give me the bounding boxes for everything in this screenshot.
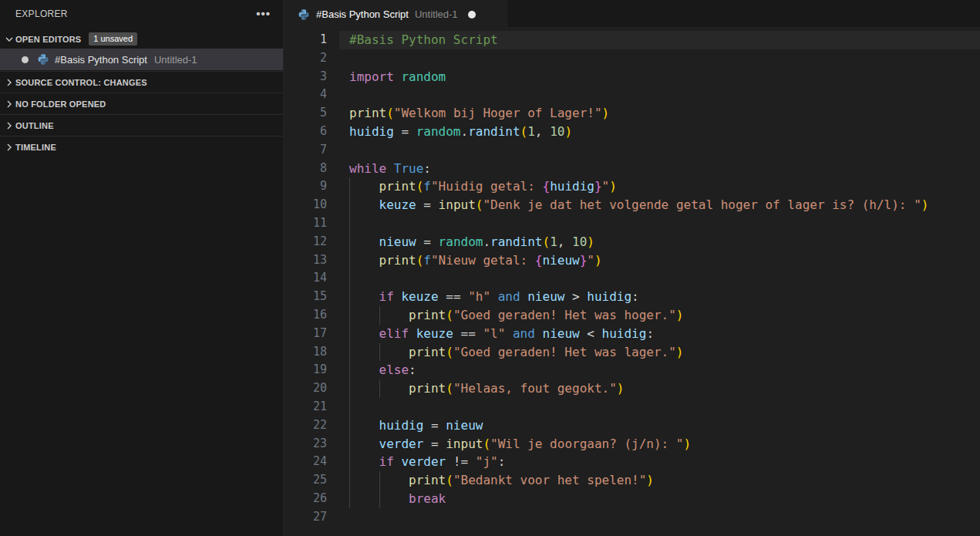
code-line[interactable]: 18 print("Goed geraden! Het was lager.") — [284, 343, 980, 362]
line-number[interactable]: 4 — [284, 86, 327, 104]
code-line[interactable]: 21 — [284, 398, 980, 416]
code-line[interactable]: 4 — [284, 86, 980, 104]
code-line[interactable]: 19 else: — [284, 361, 980, 379]
line-number[interactable]: 16 — [284, 306, 327, 325]
indent-guide — [349, 214, 350, 233]
code-text: print("Welkom bij Hoger of Lager!") — [349, 104, 609, 123]
section-label: NO FOLDER OPENED — [15, 99, 106, 109]
line-number[interactable]: 23 — [284, 435, 327, 453]
code-text: if verder != "j": — [349, 453, 505, 471]
open-editors-label: OPEN EDITORS — [15, 35, 81, 44]
line-number[interactable]: 19 — [284, 361, 327, 379]
tab-detail: Untitled-1 — [415, 8, 458, 20]
code-text: import random — [349, 68, 446, 86]
section-label: SOURCE CONTROL: CHANGES — [15, 78, 147, 87]
line-number[interactable]: 1 — [284, 31, 327, 49]
dirty-indicator-icon[interactable] — [468, 11, 476, 19]
code-line[interactable]: 10 keuze = input("Denk je dat het volgen… — [284, 196, 980, 214]
explorer-sidebar: EXPLORER ••• OPEN EDITORS 1 unsaved #Bas… — [0, 0, 284, 536]
code-line[interactable]: 17 elif keuze == "l" and nieuw < huidig: — [284, 325, 980, 343]
code-line[interactable]: 5print("Welkom bij Hoger of Lager!") — [284, 104, 980, 123]
open-editor-item[interactable]: #Basis Python Script Untitled-1 — [0, 49, 283, 70]
code-line[interactable]: 1#Basis Python Script — [284, 31, 980, 49]
line-number[interactable]: 9 — [284, 177, 327, 196]
code-line[interactable]: 3import random — [284, 68, 980, 86]
sidebar-item-timeline[interactable]: TIMELINE — [0, 136, 283, 157]
chevron-down-icon[interactable] — [3, 33, 15, 46]
chevron-right-icon[interactable] — [3, 120, 15, 132]
line-number[interactable]: 8 — [284, 160, 327, 178]
code-text: keuze = input("Denk je dat het volgende … — [349, 196, 928, 214]
line-number[interactable]: 20 — [284, 379, 327, 398]
line-number[interactable]: 25 — [284, 471, 327, 490]
code-line[interactable]: 7 — [284, 141, 980, 160]
sidebar-item-source-control[interactable]: SOURCE CONTROL: CHANGES — [0, 71, 283, 93]
sidebar-title: EXPLORER — [15, 8, 68, 19]
line-number[interactable]: 2 — [284, 49, 327, 68]
line-number[interactable]: 18 — [284, 343, 327, 362]
code-text: print("Helaas, fout gegokt.") — [349, 379, 624, 398]
line-number[interactable]: 11 — [284, 214, 327, 233]
code-line[interactable]: 15 if keuze == "h" and nieuw > huidig: — [284, 288, 980, 306]
code-line[interactable]: 8while True: — [284, 160, 980, 178]
line-number[interactable]: 24 — [284, 453, 327, 471]
code-area[interactable]: 1#Basis Python Script23import random45pr… — [284, 29, 980, 536]
line-number[interactable]: 10 — [284, 196, 327, 214]
tab-bar: #Basis Python Script Untitled-1 — [284, 0, 980, 28]
open-editors-section-header[interactable]: OPEN EDITORS 1 unsaved — [0, 29, 283, 49]
code-line[interactable]: 23 verder = input("Wil je doorgaan? (j/n… — [284, 435, 980, 453]
more-actions-icon[interactable]: ••• — [256, 10, 271, 18]
line-number[interactable]: 12 — [284, 233, 327, 251]
chevron-right-icon[interactable] — [3, 76, 15, 89]
code-line[interactable]: 25 print("Bedankt voor het spelen!") — [284, 471, 980, 490]
code-line[interactable]: 14 — [284, 269, 980, 288]
file-detail: Untitled-1 — [154, 54, 197, 66]
code-line[interactable]: 12 nieuw = random.randint(1, 10) — [284, 233, 980, 251]
chevron-right-icon[interactable] — [3, 141, 15, 153]
code-text: print(f"Nieuw getal: {nieuw}") — [349, 251, 602, 270]
line-number[interactable]: 17 — [284, 325, 327, 343]
line-number[interactable]: 3 — [284, 68, 327, 86]
line-number[interactable]: 14 — [284, 269, 327, 288]
line-number[interactable]: 6 — [284, 123, 327, 141]
code-line[interactable]: 24 if verder != "j": — [284, 453, 980, 471]
line-number[interactable]: 27 — [284, 508, 327, 527]
tab-basis-python-script[interactable]: #Basis Python Script Untitled-1 — [284, 0, 507, 29]
line-number[interactable]: 26 — [284, 490, 327, 508]
code-text: #Basis Python Script — [349, 31, 498, 49]
code-text: elif keuze == "l" and nieuw < huidig: — [349, 325, 654, 343]
line-number[interactable]: 5 — [284, 104, 327, 123]
code-line[interactable]: 13 print(f"Nieuw getal: {nieuw}") — [284, 251, 980, 270]
line-number[interactable]: 7 — [284, 141, 327, 160]
code-line[interactable]: 16 print("Goed geraden! Het was hoger.") — [284, 306, 980, 325]
indent-guide — [349, 269, 350, 288]
file-title: #Basis Python Script — [55, 54, 147, 66]
code-text: break — [349, 490, 446, 508]
code-line[interactable]: 26 break — [284, 490, 980, 508]
line-number[interactable]: 13 — [284, 251, 327, 270]
line-number[interactable]: 21 — [284, 398, 327, 416]
code-line[interactable]: 2 — [284, 49, 980, 68]
code-text: print(f"Huidig getal: {huidig}") — [349, 177, 617, 196]
code-text: nieuw = random.randint(1, 10) — [349, 233, 594, 251]
code-line[interactable]: 27 — [284, 508, 980, 527]
chevron-right-icon[interactable] — [3, 98, 15, 110]
code-line[interactable]: 22 huidig = nieuw — [284, 416, 980, 435]
indent-guide — [349, 398, 350, 416]
python-icon — [298, 8, 310, 21]
line-number[interactable]: 15 — [284, 288, 327, 306]
sidebar-item-outline[interactable]: OUTLINE — [0, 114, 283, 136]
section-label: TIMELINE — [15, 143, 56, 152]
sidebar-item-no-folder[interactable]: NO FOLDER OPENED — [0, 93, 283, 114]
code-line[interactable]: 9 print(f"Huidig getal: {huidig}") — [284, 177, 980, 196]
code-text: huidig = nieuw — [349, 416, 483, 435]
code-text: verder = input("Wil je doorgaan? (j/n): … — [349, 435, 691, 453]
python-icon — [37, 53, 49, 66]
code-text: if keuze == "h" and nieuw > huidig: — [349, 288, 639, 306]
code-line[interactable]: 20 print("Helaas, fout gegokt.") — [284, 379, 980, 398]
editor-group: #Basis Python Script Untitled-1 1#Basis … — [284, 0, 980, 536]
line-number[interactable]: 22 — [284, 416, 327, 435]
code-line[interactable]: 11 — [284, 214, 980, 233]
code-line[interactable]: 6huidig = random.randint(1, 10) — [284, 123, 980, 141]
dirty-indicator-icon[interactable] — [22, 56, 29, 63]
